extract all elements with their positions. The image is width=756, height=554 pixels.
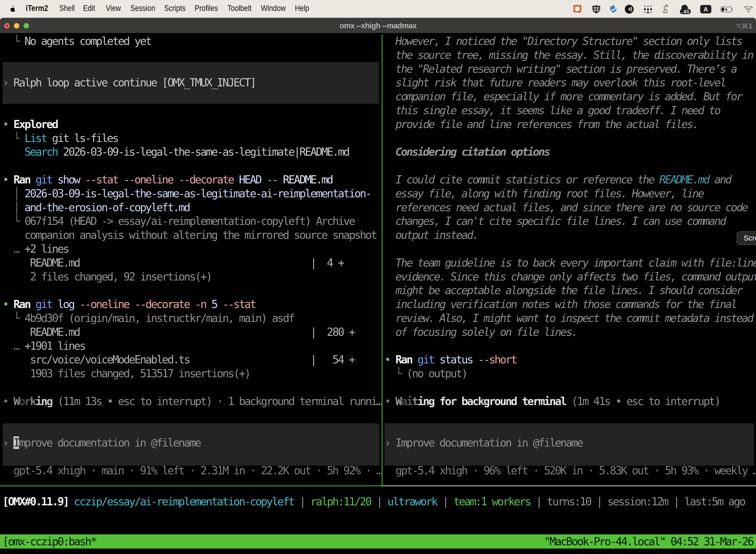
svg-text:..61: ..61 (681, 9, 689, 14)
svg-text:A: A (704, 6, 708, 13)
